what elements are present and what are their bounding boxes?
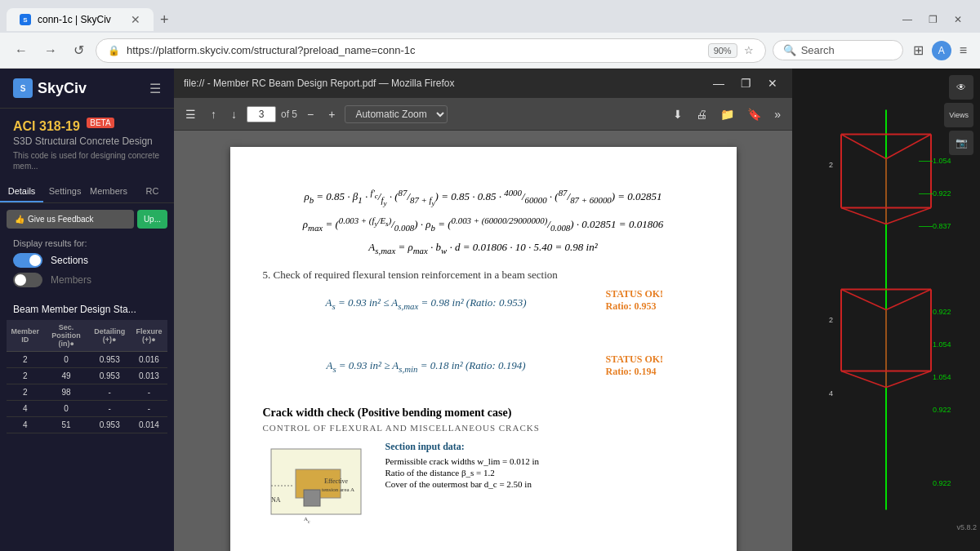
members-toggle-knob [15,274,26,286]
hamburger-icon[interactable]: ☰ [149,81,161,96]
check5-heading: 5. Check of required flexural tension re… [263,269,704,282]
crack-data2: Ratio of the distance β_s = 1.2 [385,468,540,478]
refresh-btn[interactable]: ↺ [69,39,89,61]
check5-section: 5. Check of required flexural tension re… [263,269,704,382]
formula-rho-b: ρb = 0.85 · β1 · f'c/fy · (87/87 + fy) =… [263,188,704,207]
tab-settings[interactable]: Settings [43,181,87,202]
tab-title: conn-1c | SkyCiv [38,14,111,25]
close-btn[interactable]: ✕ [949,11,967,29]
zoom-badge: 90% [708,43,737,58]
table-row[interactable]: 40-- [7,401,167,417]
pdf-zoom-select[interactable]: Automatic Zoom Actual Size Page Fit 100% [345,105,448,123]
formula-rho-max-text: ρmax = (0.003 + (fy/Es)/0.008) · ρb = (0… [263,216,704,233]
col-member-id: Member ID [7,320,44,352]
maximize-btn[interactable]: ❐ [924,11,942,29]
pdf-bookmark-btn[interactable]: 🔖 [742,104,766,124]
col-sec-position: Sec. Position (in)● [44,320,89,352]
tab-members[interactable]: Members [87,181,131,202]
svg-text:1.054: 1.054 [933,340,951,349]
back-btn[interactable]: ← [10,40,33,61]
tab-details[interactable]: Details [0,181,43,202]
table-row[interactable]: 298-- [7,384,167,401]
main-layout: S SkyCiv ☰ ACI 318-19 BETA S3D Structura… [0,69,980,551]
tab-rc[interactable]: RC [131,181,174,202]
pdf-content[interactable]: ρb = 0.85 · β1 · f'c/fy · (87/87 + fy) =… [174,131,792,551]
upgrade-button[interactable]: Up... [137,210,167,229]
formula-rho-max: ρmax = (0.003 + (fy/Es)/0.008) · ρb = (0… [263,216,704,233]
status-badges: STATUS OK! Ratio: 0.953 STATUS OK! Ratio… [606,288,704,378]
pdf-window-minimize[interactable]: — [708,73,729,93]
search-icon: 🔍 [783,44,796,56]
sections-toggle-row: Sections [13,253,161,268]
pdf-page-total: of 5 [281,109,297,120]
crack-content: Effective tension area A NA Ac Section i… [263,441,704,542]
table-row[interactable]: 2490.9530.013 [7,368,167,384]
view-panel: 👁 Views 📷 [792,69,980,551]
svg-text:0.837: 0.837 [933,222,951,230]
minimize-btn[interactable]: — [898,11,917,29]
svg-text:2: 2 [829,316,833,324]
status1-label: STATUS OK! [606,288,704,300]
check5-formula1-text: As = 0.93 in² ≤ As,max = 0.98 in² (Ratio… [326,296,527,309]
table-row[interactable]: 4510.9530.014 [7,417,167,433]
check5-formula2: As = 0.93 in² ≥ As,min = 0.18 in² (Ratio… [263,359,590,374]
brand-logo: S SkyCiv [13,78,87,98]
feedback-button[interactable]: 👍 Give us Feedback [7,210,134,229]
pdf-zoom-out[interactable]: − [302,104,318,124]
pdf-save-btn[interactable]: ⬇ [668,104,688,124]
browser-window: S conn-1c | SkyCiv ✕ + — ❐ ✕ ← → ↺ 🔒 htt… [0,0,980,551]
pdf-prev-page[interactable]: ↑ [206,104,221,124]
table-cell: 0.953 [89,417,131,433]
status-badge-2: STATUS OK! Ratio: 0.194 [606,353,704,378]
tab-close-btn[interactable]: ✕ [131,13,140,26]
thumbs-up-icon: 👍 [15,215,24,224]
url-bar[interactable]: 🔒 https://platform.skyciv.com/structural… [96,38,766,63]
members-toggle[interactable] [13,273,42,287]
eye-view-btn[interactable]: 👁 [949,75,973,100]
bookmark-icon[interactable]: ☆ [744,44,754,56]
pdf-folder-btn[interactable]: 📁 [715,104,739,124]
check5-content: As = 0.93 in² ≤ As,max = 0.98 in² (Ratio… [263,288,704,382]
table-cell: 0.016 [131,352,167,368]
status-badge-1: STATUS OK! Ratio: 0.953 [606,288,704,313]
pdf-print-btn[interactable]: 🖨 [691,104,712,124]
svg-text:1.054: 1.054 [933,157,951,165]
camera-btn[interactable]: 📷 [949,131,973,155]
forward-btn[interactable]: → [39,40,62,61]
pdf-next-page[interactable]: ↓ [226,104,242,124]
pdf-page-input[interactable] [247,106,276,122]
new-tab-button[interactable]: + [154,11,176,29]
pdf-window-title-bar: file:// - Member RC Beam Design Report.p… [174,69,792,98]
display-label: Display results for: [13,238,161,248]
table-cell: - [131,384,167,401]
beam-diagram-svg: Effective tension area A NA Ac [263,441,369,539]
svg-line-13 [841,135,886,159]
pdf-container: file:// - Member RC Beam Design Report.p… [174,69,792,551]
svg-line-15 [841,208,886,224]
crack-subtitle: CONTROL OF FLEXURAL AND MISCELLANEOUS CR… [263,423,704,433]
svg-text:0.922: 0.922 [933,308,951,316]
extensions-icon[interactable]: ⊞ [910,39,927,61]
action-buttons: 👍 Give us Feedback Up... [0,203,174,232]
col-flexure: Flexure (+)● [131,320,167,352]
pdf-window-close[interactable]: ✕ [763,73,782,93]
sidebar-title: ACI 318-19 [13,119,80,133]
svg-text:0.922: 0.922 [933,479,951,487]
browser-tab[interactable]: S conn-1c | SkyCiv ✕ [7,8,154,31]
nav-bar: ← → ↺ 🔒 https://platform.skyciv.com/stru… [0,33,980,69]
views-btn[interactable]: Views [944,103,973,127]
svg-text:0.922: 0.922 [933,189,951,198]
search-input[interactable]: 🔍 Search [773,40,903,60]
pdf-sidebar-toggle[interactable]: ☰ [180,104,201,124]
pdf-more-btn[interactable]: » [769,104,786,124]
menu-icon[interactable]: ≡ [956,40,970,61]
url-text: https://platform.skyciv.com/structural?p… [127,44,702,56]
pdf-window-maximize[interactable]: ❐ [736,73,756,93]
svg-line-16 [886,208,931,224]
table-cell: 51 [44,417,89,433]
table-row[interactable]: 200.9530.016 [7,352,167,368]
pdf-zoom-in[interactable]: + [323,104,340,124]
sections-toggle[interactable] [13,253,42,268]
profile-icon[interactable]: A [932,41,951,60]
pdf-page: ρb = 0.85 · β1 · f'c/fy · (87/87 + fy) =… [230,147,737,551]
